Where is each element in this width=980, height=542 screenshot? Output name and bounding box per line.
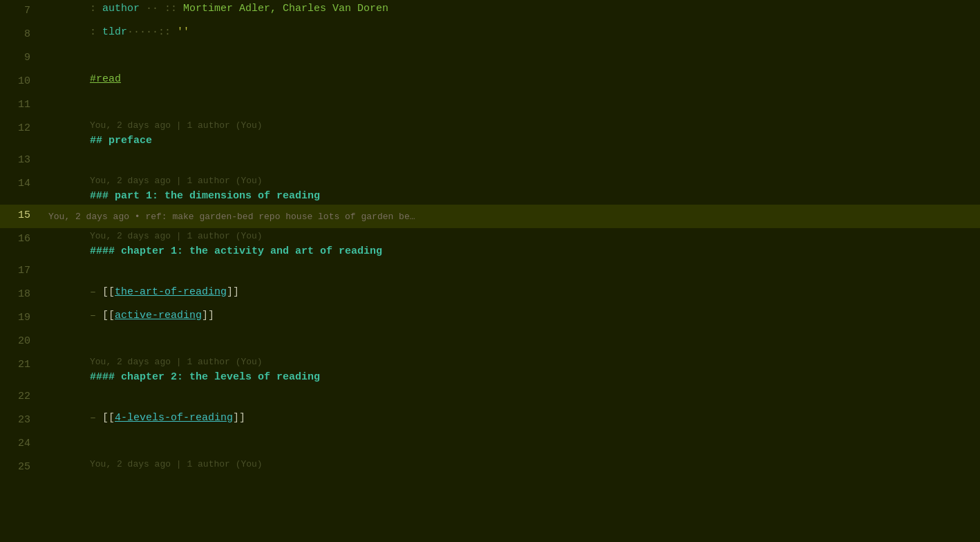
code-segment: tldr <box>102 26 127 38</box>
code-line[interactable] <box>41 471 980 493</box>
code-segment: Mortimer Adler, Charles Van Doren <box>183 3 388 15</box>
line-row-20: 20 <box>0 330 980 354</box>
line-row-22: 22 <box>0 386 980 409</box>
line-content-area <box>41 94 980 118</box>
code-line[interactable] <box>41 260 980 282</box>
code-line[interactable]: ## preface <box>41 132 980 149</box>
line-content-area: You, 2 days ago | 1 author (You) <box>41 456 980 493</box>
code-segment: ## <box>90 135 109 147</box>
line-row-16: 16You, 2 days ago | 1 author (You)#### c… <box>0 228 980 260</box>
line-content-area: – [[4-levels-of-reading]] <box>41 409 980 433</box>
line-row-11: 11 <box>0 94 980 118</box>
line-number: 8 <box>0 24 41 47</box>
code-segment: ]] <box>233 412 245 424</box>
line-number: 25 <box>0 456 41 493</box>
blame-annotation: You, 2 days ago | 1 author (You) <box>41 456 980 471</box>
line-number: 20 <box>0 330 41 354</box>
code-line[interactable] <box>41 386 980 408</box>
line-row-7: 7: author ·· :: Mortimer Adler, Charles … <box>0 0 980 24</box>
line-content-area: – [[active-reading]] <box>41 307 980 330</box>
line-content-area: #read <box>41 71 980 94</box>
active-line[interactable]: You, 2 days ago • ref: make garden-bed r… <box>41 205 980 228</box>
line-row-23: 23– [[4-levels-of-reading]] <box>0 409 980 433</box>
line-number: 18 <box>0 283 41 307</box>
code-segment: : <box>90 3 102 15</box>
line-content-area: You, 2 days ago | 1 author (You)#### cha… <box>41 228 980 260</box>
code-segment: [[ <box>102 286 115 298</box>
line-content-area: You, 2 days ago | 1 author (You)## prefa… <box>41 118 980 149</box>
code-line[interactable] <box>41 94 980 116</box>
line-number: 13 <box>0 149 41 173</box>
code-segment: part 1: the dimensions of reading <box>115 190 320 202</box>
code-segment: '' <box>177 26 189 38</box>
line-row-8: 8: tldr·····:: '' <box>0 24 980 47</box>
code-line[interactable] <box>41 330 980 353</box>
line-number: 24 <box>0 433 41 456</box>
code-line[interactable] <box>41 433 980 455</box>
line-row-21: 21You, 2 days ago | 1 author (You)#### c… <box>0 354 980 386</box>
code-segment: author <box>102 3 140 15</box>
code-segment: chapter 1: the activity and art of readi… <box>121 245 382 257</box>
line-number: 23 <box>0 409 41 433</box>
blame-annotation: You, 2 days ago | 1 author (You) <box>41 228 980 243</box>
line-content-area: You, 2 days ago • ref: make garden-bed r… <box>41 205 980 228</box>
line-number: 16 <box>0 228 41 260</box>
code-segment: ### <box>90 190 115 202</box>
code-line[interactable]: – [[4-levels-of-reading]] <box>41 409 980 427</box>
line-content-area <box>41 47 980 71</box>
code-line[interactable] <box>41 149 980 171</box>
line-content-area <box>41 330 980 354</box>
line-row-24: 24 <box>0 433 980 456</box>
line-number: 19 <box>0 307 41 330</box>
code-segment: – <box>90 310 102 321</box>
code-segment: ]] <box>227 286 239 298</box>
code-line[interactable]: #read <box>41 71 980 88</box>
code-line[interactable]: – [[active-reading]] <box>41 307 980 324</box>
line-content-area <box>41 149 980 173</box>
code-segment: ·····:: <box>127 26 177 38</box>
code-line[interactable]: #### chapter 2: the levels of reading <box>41 368 980 386</box>
code-line[interactable]: : tldr·····:: '' <box>41 24 980 41</box>
code-segment: [[ <box>102 310 115 321</box>
line-row-14: 14You, 2 days ago | 1 author (You)### pa… <box>0 173 980 205</box>
line-row-10: 10#read <box>0 71 980 94</box>
code-segment: – <box>90 286 102 298</box>
code-segment: active-reading <box>115 310 202 321</box>
code-line[interactable]: : author ·· :: Mortimer Adler, Charles V… <box>41 0 980 17</box>
line-number: 9 <box>0 47 41 71</box>
code-segment: ·· :: <box>140 3 183 15</box>
line-number: 21 <box>0 354 41 386</box>
code-line[interactable]: #### chapter 1: the activity and art of … <box>41 243 980 260</box>
code-segment: [[ <box>102 412 115 424</box>
code-line[interactable]: – [[the-art-of-reading]] <box>41 283 980 301</box>
line-number: 15 <box>0 205 41 228</box>
line-content-area: : tldr·····:: '' <box>41 24 980 47</box>
line-content-area <box>41 260 980 283</box>
line-number: 12 <box>0 118 41 149</box>
editor-container: 7: author ·· :: Mortimer Adler, Charles … <box>0 0 980 542</box>
code-segment: the-art-of-reading <box>115 286 227 298</box>
code-line[interactable]: ### part 1: the dimensions of reading <box>41 187 980 205</box>
line-content-area <box>41 386 980 409</box>
line-number: 14 <box>0 173 41 205</box>
line-number: 22 <box>0 386 41 409</box>
line-content-area <box>41 433 980 456</box>
code-segment: #### <box>90 245 121 257</box>
code-line[interactable] <box>41 47 980 69</box>
line-row-17: 17 <box>0 260 980 283</box>
line-row-25: 25You, 2 days ago | 1 author (You) <box>0 456 980 493</box>
line-content-area: : author ·· :: Mortimer Adler, Charles V… <box>41 0 980 24</box>
blame-annotation: You, 2 days ago | 1 author (You) <box>41 354 980 368</box>
line-number: 7 <box>0 0 41 24</box>
code-segment: #### <box>90 371 121 383</box>
line-row-19: 19– [[active-reading]] <box>0 307 980 330</box>
line-row-18: 18– [[the-art-of-reading]] <box>0 283 980 307</box>
line-content-area: You, 2 days ago | 1 author (You)#### cha… <box>41 354 980 386</box>
code-segment: #read <box>90 73 121 85</box>
line-row-12: 12You, 2 days ago | 1 author (You)## pre… <box>0 118 980 149</box>
active-blame-text: You, 2 days ago • ref: make garden-bed r… <box>41 212 415 222</box>
code-segment: – <box>90 412 102 424</box>
line-number: 10 <box>0 71 41 94</box>
code-segment: ]] <box>202 310 214 321</box>
code-segment: 4-levels-of-reading <box>115 412 233 424</box>
